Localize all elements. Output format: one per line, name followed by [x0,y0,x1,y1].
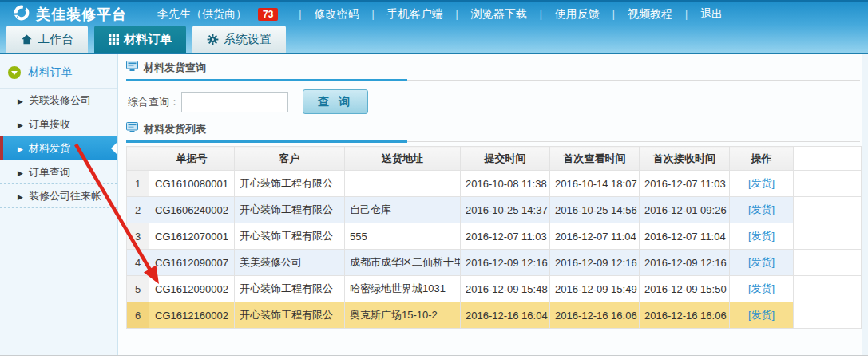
top-links: 修改密码 手机客户端 浏览器下载 使用反馈 视频教程 退出 [286,7,723,22]
table-row: 3 CG1612070001 开心装饰工程有限公 555 2016-12-07 … [127,223,862,250]
right-margin-strip [862,54,868,355]
monitor-icon [126,122,138,136]
caret-right-icon: ▶ [18,145,23,153]
chevron-down-icon [8,66,21,79]
top-link-mobile-client[interactable]: 手机客户端 [359,7,442,22]
brand: 美佳装修平台 [13,4,127,25]
caret-right-icon: ▶ [18,193,23,201]
tab-label: 系统设置 [224,32,271,47]
ship-action-link[interactable]: [发货] [748,203,775,215]
col-customer: 客户 [235,147,345,171]
top-link-change-password[interactable]: 修改密码 [286,7,359,22]
sidebar-item-order-receive[interactable]: ▶订单接收 [0,112,117,136]
main-content: 材料发货查询 综合查询： 查 询 材料发货列表 [118,54,862,355]
ship-action-link[interactable]: [发货] [748,282,775,294]
col-row-number [127,147,149,171]
col-action: 操作 [730,147,794,171]
query-label: 综合查询： [128,95,180,109]
body: 材料订单 ▶关联装修公司 ▶订单接收 ▶材料发货 ▶订单查询 ▶装修公司往来帐 [0,54,868,356]
sidebar-item-linked-companies[interactable]: ▶关联装修公司 [0,89,117,112]
list-section-title: 材料发货列表 [144,122,206,136]
page: 美佳装修平台 李先生（供货商） 73 修改密码 手机客户端 浏览器下载 使用反馈… [0,0,868,359]
tab-system-settings[interactable]: 系统设置 [192,26,286,53]
top-link-logout[interactable]: 退出 [672,7,723,22]
tab-label: 工作台 [38,32,73,47]
search-input[interactable] [181,92,288,112]
tab-label: 材料订单 [124,32,172,47]
brand-logo-icon [13,4,30,25]
caret-right-icon: ▶ [18,121,23,129]
query-section-title: 材料发货查询 [144,61,206,75]
monitor-icon [126,61,138,75]
table-row: 2 CG1606240002 开心装饰工程有限公 自己仓库 2016-10-25… [127,197,862,223]
table-row: 4 CG1612090007 美美装修公司 成都市成华区二仙桥十里 2016-1… [127,250,862,276]
sidebar-title: 材料订单 [28,65,73,80]
top-link-browser-download[interactable]: 浏览器下载 [443,7,527,22]
shipping-table: 单据号 客户 送货地址 提交时间 首次查看时间 首次接收时间 操作 1 CG16… [126,146,862,329]
app-header: 美佳装修平台 李先生（供货商） 73 修改密码 手机客户端 浏览器下载 使用反馈… [0,0,868,54]
top-link-video-tutorial[interactable]: 视频教程 [600,7,672,22]
brand-title: 美佳装修平台 [36,5,127,24]
top-link-feedback[interactable]: 使用反馈 [527,7,600,22]
ship-action-link[interactable]: [发货] [748,309,775,321]
table-row: 5 CG1612090002 开心装饰工程有限公 哈密绿地世界城1031 201… [127,276,862,302]
grid-icon [109,34,119,45]
sidebar-item-order-query[interactable]: ▶订单查询 [0,160,117,184]
caret-right-icon: ▶ [18,97,23,105]
sidebar: 材料订单 ▶关联装修公司 ▶订单接收 ▶材料发货 ▶订单查询 ▶装修公司往来帐 [0,54,118,355]
caret-right-icon: ▶ [18,169,23,177]
list-section-header: 材料发货列表 [126,122,860,142]
sidebar-header[interactable]: 材料订单 [0,65,117,89]
ship-action-link[interactable]: [发货] [748,256,775,268]
table-row-highlighted: 6 CG1612160002 开心装饰工程有限公 奥克斯广场15-10-2 20… [127,302,862,329]
table-header-row: 单据号 客户 送货地址 提交时间 首次查看时间 首次接收时间 操作 [127,147,862,171]
col-address: 送货地址 [345,147,461,171]
sidebar-item-material-shipping[interactable]: ▶材料发货 [0,136,117,160]
col-first-receive-time: 首次接收时间 [640,147,730,171]
tab-material-orders[interactable]: 材料订单 [94,26,186,53]
col-submit-time: 提交时间 [461,147,550,171]
tab-bar: 工作台 材料订单 [6,26,286,53]
query-form: 综合查询： 查 询 [128,89,862,114]
table-row: 1 CG1610080001 开心装饰工程有限公 2016-10-08 11:3… [127,171,862,197]
search-button[interactable]: 查 询 [303,89,368,114]
tab-workbench[interactable]: 工作台 [6,26,88,53]
user-info: 李先生（供货商） [157,7,247,22]
topbar: 美佳装修平台 李先生（供货商） 73 修改密码 手机客户端 浏览器下载 使用反馈… [0,2,868,27]
col-first-view-time: 首次查看时间 [550,147,640,171]
col-filler [794,147,862,171]
notification-badge[interactable]: 73 [258,8,278,21]
sidebar-item-company-accounts[interactable]: ▶装修公司往来帐 [0,184,117,208]
active-notch [111,142,117,155]
ship-action-link[interactable]: [发货] [748,230,775,242]
col-order-no: 单据号 [149,147,235,171]
home-icon [21,34,33,45]
gear-icon [207,34,219,45]
query-section-header: 材料发货查询 [126,61,860,81]
ship-action-link[interactable]: [发货] [748,177,775,189]
